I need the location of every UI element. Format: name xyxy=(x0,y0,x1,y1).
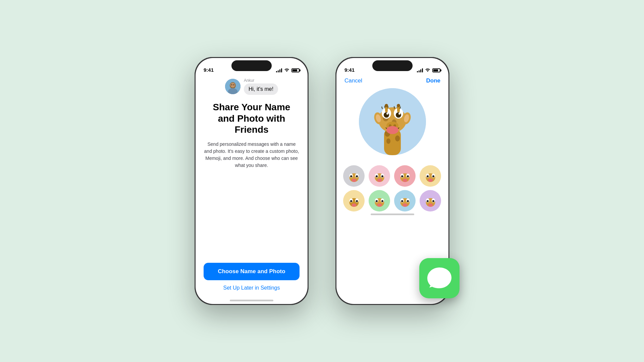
avatar-option-3[interactable] xyxy=(394,165,416,187)
phone-left-content: Ankur Hi, it's me! Share Your Name and P… xyxy=(196,75,308,298)
svg-point-66 xyxy=(428,179,433,182)
avatar-option-7[interactable] xyxy=(394,190,416,212)
svg-point-50 xyxy=(376,175,378,177)
status-icons-left xyxy=(276,68,300,73)
svg-point-64 xyxy=(427,175,429,177)
battery-icon-left xyxy=(291,68,300,72)
subtitle-text: Send personalized messages with a name a… xyxy=(204,141,300,169)
avatar-option-8[interactable] xyxy=(420,190,441,212)
message-bubble-wrap: Ankur Hi, it's me! xyxy=(244,78,278,95)
svg-point-65 xyxy=(432,175,434,177)
svg-point-45 xyxy=(352,179,356,182)
svg-point-20 xyxy=(398,113,400,115)
cancel-button[interactable]: Cancel xyxy=(344,77,362,84)
wifi-icon-right xyxy=(425,68,430,73)
large-avatar-area xyxy=(336,88,448,155)
battery-icon-right xyxy=(432,68,440,72)
phone2-nav-header: Cancel Done xyxy=(336,75,448,88)
svg-point-80 xyxy=(377,203,382,207)
svg-point-5 xyxy=(233,84,234,85)
svg-point-87 xyxy=(402,203,407,207)
svg-point-30 xyxy=(386,126,398,134)
svg-point-93 xyxy=(432,200,434,202)
svg-point-34 xyxy=(397,104,400,107)
svg-point-73 xyxy=(352,203,356,207)
status-time-right: 9:41 xyxy=(344,67,355,73)
home-indicator-right xyxy=(371,214,414,215)
svg-point-86 xyxy=(407,200,409,202)
wifi-icon-left xyxy=(284,68,289,73)
svg-point-72 xyxy=(356,200,358,202)
done-button[interactable]: Done xyxy=(426,77,441,84)
svg-point-52 xyxy=(377,179,382,182)
svg-point-44 xyxy=(356,175,358,177)
svg-point-9 xyxy=(395,135,400,141)
svg-line-24 xyxy=(394,106,394,109)
svg-point-51 xyxy=(381,175,383,177)
messages-icon-svg xyxy=(426,265,453,292)
signal-icon-left xyxy=(276,68,282,72)
svg-point-3 xyxy=(230,83,235,87)
phone-left: 9:41 xyxy=(195,57,309,305)
dynamic-island-left xyxy=(231,60,272,71)
svg-point-17 xyxy=(384,112,389,118)
signal-icon-right xyxy=(417,68,423,72)
svg-point-43 xyxy=(350,175,352,177)
svg-point-78 xyxy=(376,200,378,202)
svg-line-23 xyxy=(388,106,388,109)
avatar-option-6[interactable] xyxy=(369,190,390,212)
svg-point-59 xyxy=(402,179,407,182)
sender-name: Ankur xyxy=(244,78,278,83)
avatar-option-4[interactable] xyxy=(420,165,441,187)
dynamic-island-right xyxy=(372,60,413,71)
avatar-ankur xyxy=(225,79,240,94)
set-up-later-link[interactable]: Set Up Later in Settings xyxy=(223,285,280,291)
svg-point-32 xyxy=(385,104,388,107)
svg-point-57 xyxy=(401,175,403,177)
avatar-option-1[interactable] xyxy=(343,165,365,187)
avatar-option-5[interactable] xyxy=(343,190,365,212)
phone-right: 9:41 Cancel Done xyxy=(335,57,449,305)
svg-point-18 xyxy=(396,112,401,118)
svg-point-79 xyxy=(381,200,383,202)
message-preview: Ankur Hi, it's me! xyxy=(225,78,278,95)
svg-point-71 xyxy=(350,200,352,202)
svg-point-92 xyxy=(427,200,429,202)
main-title: Share Your Name and Photo with Friends xyxy=(204,102,300,135)
home-indicator-left xyxy=(230,300,273,301)
message-bubble: Hi, it's me! xyxy=(244,83,278,95)
avatar-option-2[interactable] xyxy=(369,165,390,187)
svg-point-85 xyxy=(401,200,403,202)
main-avatar-display xyxy=(359,88,426,155)
svg-point-19 xyxy=(386,113,388,115)
choose-name-photo-button[interactable]: Choose Name and Photo xyxy=(204,263,300,280)
avatar-options-grid xyxy=(336,165,448,212)
status-time-left: 9:41 xyxy=(204,67,214,73)
svg-point-94 xyxy=(428,203,433,207)
status-icons-right xyxy=(417,68,440,73)
svg-point-10 xyxy=(386,138,390,144)
messages-app-icon xyxy=(419,258,460,298)
scene: 9:41 xyxy=(195,57,449,305)
svg-point-58 xyxy=(407,175,409,177)
svg-point-4 xyxy=(231,84,232,85)
